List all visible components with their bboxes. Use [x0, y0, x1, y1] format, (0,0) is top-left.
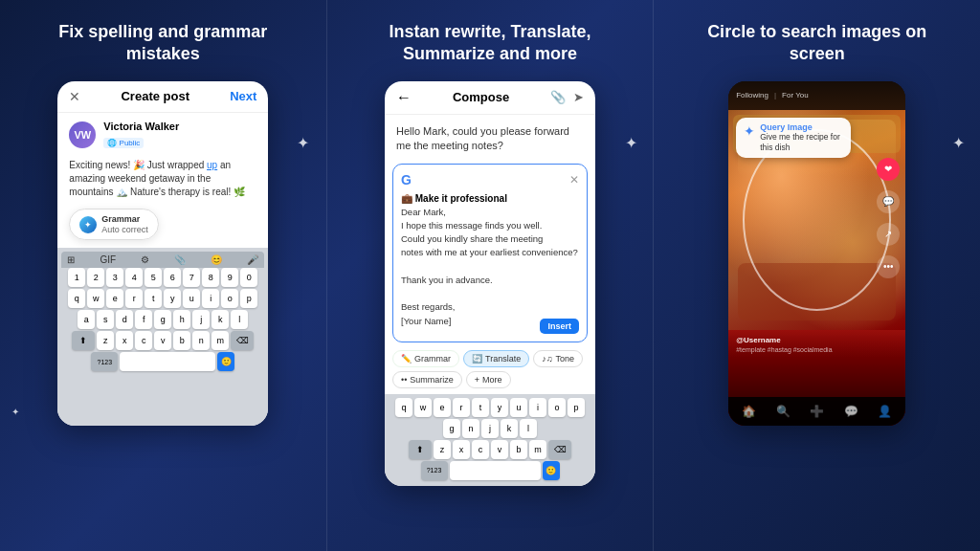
key-2[interactable]: 2 — [87, 268, 104, 287]
key-shift[interactable]: ⬆ — [72, 331, 95, 350]
key-g[interactable]: g — [154, 310, 171, 329]
key-l[interactable]: l — [231, 310, 248, 329]
key-d[interactable]: d — [116, 310, 133, 329]
user-name: Victoria Walker — [103, 121, 179, 132]
key-i[interactable]: i — [202, 289, 219, 308]
send-icon[interactable]: ➤ — [573, 90, 584, 104]
chip-summarize[interactable]: •• Summarize — [392, 371, 462, 388]
key-1[interactable]: 1 — [68, 268, 85, 287]
key-t[interactable]: t — [145, 289, 162, 308]
ck-x[interactable]: x — [453, 440, 470, 459]
ck-emoji[interactable]: 🙂 — [543, 461, 560, 480]
ck-backspace[interactable]: ⌫ — [548, 440, 571, 459]
key-8[interactable]: 8 — [202, 268, 219, 287]
ck-u[interactable]: u — [510, 398, 527, 417]
key-h[interactable]: h — [173, 310, 190, 329]
key-0[interactable]: 0 — [240, 268, 257, 287]
grammar-badge[interactable]: ✦ Grammar Auto correct — [69, 209, 159, 241]
key-123[interactable]: ?123 — [91, 352, 118, 371]
key-w[interactable]: w — [87, 289, 104, 308]
key-3[interactable]: 3 — [106, 268, 123, 287]
key-y[interactable]: y — [164, 289, 181, 308]
back-icon[interactable]: ← — [396, 89, 412, 106]
ck-p[interactable]: p — [568, 398, 585, 417]
ck-w[interactable]: w — [414, 398, 432, 417]
ck-j[interactable]: j — [481, 419, 499, 438]
key-c[interactable]: c — [135, 331, 152, 350]
ck-m[interactable]: m — [529, 440, 546, 459]
key-z[interactable]: z — [97, 331, 114, 350]
insert-button[interactable]: Insert — [540, 319, 579, 334]
toolbar-gif-icon[interactable]: GIF — [100, 254, 116, 265]
ck-shift[interactable]: ⬆ — [409, 440, 432, 459]
key-m[interactable]: m — [212, 331, 229, 350]
chip-grammar[interactable]: ✏️ Grammar — [392, 350, 459, 367]
comment-icon[interactable]: 💬 — [877, 190, 900, 213]
ck-e[interactable]: e — [434, 398, 451, 417]
toolbar-gear-icon[interactable]: ⚙ — [141, 254, 149, 265]
key-s[interactable]: s — [97, 310, 114, 329]
key-v[interactable]: v — [154, 331, 171, 350]
tiktok-hashtags: #template #hastag #socialmedia — [736, 346, 898, 353]
key-space[interactable] — [120, 352, 215, 371]
compose-body[interactable]: Hello Mark, could you please forward me … — [385, 115, 595, 164]
next-button[interactable]: Next — [230, 89, 256, 103]
key-6[interactable]: 6 — [164, 268, 181, 287]
ck-q[interactable]: q — [395, 398, 412, 417]
nav-profile-icon[interactable]: 👤 — [878, 405, 892, 418]
key-4[interactable]: 4 — [125, 268, 143, 287]
chip-translate[interactable]: 🔄 Translate — [463, 350, 529, 367]
key-o[interactable]: o — [221, 289, 238, 308]
chip-more[interactable]: + More — [466, 371, 511, 388]
toolbar-emoji-icon[interactable]: 😊 — [211, 254, 222, 265]
key-backspace[interactable]: ⌫ — [231, 331, 254, 350]
key-x[interactable]: x — [116, 331, 133, 350]
ck-l[interactable]: l — [520, 419, 537, 438]
close-icon[interactable]: ✕ — [69, 89, 80, 104]
ck-i[interactable]: i — [529, 398, 546, 417]
ck-c[interactable]: c — [472, 440, 489, 459]
nav-home-icon[interactable]: 🏠 — [742, 405, 756, 418]
toolbar-grid-icon[interactable]: ⊞ — [67, 254, 75, 265]
attach-icon[interactable]: 📎 — [550, 90, 566, 104]
ck-o[interactable]: o — [548, 398, 566, 417]
key-b[interactable]: b — [173, 331, 190, 350]
share-icon[interactable]: ↗ — [877, 223, 900, 246]
key-f[interactable]: f — [135, 310, 152, 329]
key-r[interactable]: r — [125, 289, 143, 308]
ck-123[interactable]: ?123 — [421, 461, 448, 480]
key-emoji[interactable]: 🙂 — [217, 352, 234, 371]
key-a[interactable]: a — [78, 310, 95, 329]
ck-t[interactable]: t — [472, 398, 489, 417]
ck-z[interactable]: z — [434, 440, 451, 459]
nav-chat-icon[interactable]: 💬 — [844, 405, 858, 418]
key-7[interactable]: 7 — [183, 268, 200, 287]
ck-space[interactable] — [450, 461, 541, 480]
key-9[interactable]: 9 — [221, 268, 238, 287]
nav-search-icon[interactable]: 🔍 — [776, 405, 791, 418]
key-p[interactable]: p — [240, 289, 257, 308]
ck-n[interactable]: n — [462, 419, 479, 438]
panel1-title: Fix spelling and grammar mistakes — [38, 21, 287, 66]
ai-close-icon[interactable]: ✕ — [569, 173, 579, 187]
key-n[interactable]: n — [192, 331, 210, 350]
key-q[interactable]: q — [68, 289, 85, 308]
key-5[interactable]: 5 — [145, 268, 162, 287]
toolbar-clip-icon[interactable]: 📎 — [174, 254, 186, 265]
nav-add-icon[interactable]: ➕ — [810, 405, 824, 418]
heart-icon[interactable]: ❤ — [877, 158, 900, 181]
ck-y[interactable]: y — [491, 398, 508, 417]
key-e[interactable]: e — [106, 289, 123, 308]
toolbar-mic-icon[interactable]: 🎤 — [247, 254, 258, 265]
key-k[interactable]: k — [212, 310, 229, 329]
ck-k[interactable]: k — [501, 419, 518, 438]
ck-v[interactable]: v — [491, 440, 508, 459]
ck-g[interactable]: g — [443, 419, 460, 438]
chip-tone[interactable]: ♪♫ Tone — [533, 350, 583, 367]
key-u[interactable]: u — [183, 289, 200, 308]
ck-r[interactable]: r — [453, 398, 470, 417]
ck-b[interactable]: b — [510, 440, 527, 459]
key-j[interactable]: j — [192, 310, 210, 329]
tone-chip-label: Tone — [555, 354, 574, 364]
more-icon[interactable]: ••• — [877, 255, 900, 278]
